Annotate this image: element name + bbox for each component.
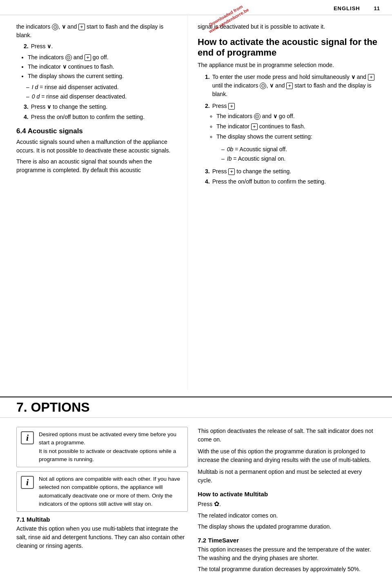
options-content: i Desired options must be activated ever… — [0, 422, 392, 576]
acoustic-dash-1: – 0b = Acoustic signal off. — [221, 145, 380, 154]
step2-bullet-2: The indicator + continues to flash. — [216, 122, 380, 131]
step2-bullet-1: The indicators ⊙ and ∨ go off. — [216, 112, 380, 121]
section-71-body: Activate this option when you use multi-… — [16, 524, 188, 550]
section-71-heading: 7.1 Multitab — [16, 516, 188, 523]
section-64-body1: Acoustic signals sound when a malfunctio… — [16, 138, 178, 155]
acoustic-step-3: 3. Press + to change the setting. — [205, 167, 380, 176]
section-64-block: 6.4 Acoustic signals Acoustic signals so… — [16, 127, 178, 175]
info-box-2: i Not all options are compatible with ea… — [16, 471, 188, 512]
signal-intro: signal is deactivated but it is possible… — [198, 22, 380, 31]
step-4: 4. Press the on/off button to confirm th… — [24, 113, 178, 121]
section-64-heading: 6.4 Acoustic signals — [16, 127, 178, 135]
right-top-body2: With the use of this option the programm… — [198, 447, 376, 464]
setting-values: – I d = rinse aid dispenser activated. –… — [26, 83, 178, 101]
intro-line-1: the indicators ⊙, ∨ and + start to flash… — [16, 22, 178, 40]
how-multitab-body1: Press ✿. — [198, 499, 376, 509]
options-left: i Desired options must be activated ever… — [16, 422, 196, 576]
section-72-body2: The total programme duration decreases b… — [198, 565, 376, 574]
bullet-indicators-off: The indicators ⊙ and + go off. — [28, 53, 178, 62]
info-icon-2: i — [21, 476, 34, 489]
right-top-body1: This option deactivates the release of s… — [198, 427, 376, 444]
section-7-heading: 7. OPTIONS — [0, 397, 392, 418]
acoustic-body: The appliance must be in programme selec… — [198, 61, 380, 69]
page-header: ENGLISH 11 Downloaded fromwww.vandenborr… — [0, 0, 392, 15]
acoustic-section: How to activate the acoustic signal for … — [198, 37, 380, 186]
info-text-2: Not all options are compatible with each… — [39, 475, 183, 508]
language-label: ENGLISH — [334, 5, 360, 11]
page-number: 11 — [374, 5, 380, 11]
how-multitab-heading: How to activate Multitab — [198, 491, 376, 498]
how-multitab-body3: The display shows the updated programme … — [198, 522, 376, 531]
section-72-body1: This option increases the pressure and t… — [198, 545, 376, 563]
right-column: signal is deactivated but it is possible… — [188, 15, 392, 390]
info-box-1: i Desired options must be activated ever… — [16, 427, 188, 467]
right-top-body3: Multitab is not a permanent option and m… — [198, 468, 376, 485]
page: ENGLISH 11 Downloaded fromwww.vandenborr… — [0, 0, 392, 576]
bullet-display-current: The display shows the current setting. — [28, 72, 178, 81]
step2-bullet-3: The display shows the current setting: — [216, 132, 380, 141]
section-72-heading: 7.2 TimeSaver — [198, 537, 376, 544]
step-3: 3. Press ∨ to change the setting. — [24, 103, 178, 111]
acoustic-dash-2: – Ib = Acoustic signal on. — [221, 155, 380, 163]
left-column: the indicators ⊙, ∨ and + start to flash… — [0, 15, 188, 390]
acoustic-heading: How to activate the acoustic signal for … — [198, 37, 380, 58]
signal-intro-block: signal is deactivated but it is possible… — [198, 22, 380, 31]
info-icon-1: i — [21, 431, 34, 444]
dash-item-2: – 0 d = rinse aid dispenser deactivated. — [26, 92, 178, 101]
acoustic-step-1: 1. To enter the user mode press and hold… — [205, 73, 380, 99]
acoustic-step-4: 4. Press the on/off button to confirm th… — [205, 177, 380, 186]
options-right: This option deactivates the release of s… — [196, 422, 376, 576]
step-2-bullets: The indicators ⊙ and + go off. The indic… — [28, 53, 178, 81]
section-64-body2: There is also an acoustic signal that so… — [16, 157, 178, 175]
dash-item-1: – I d = rinse aid dispenser activated. — [26, 83, 178, 92]
bullet-indicator-flash: The indicator ∨ continues to flash. — [28, 63, 178, 71]
info-text-1: Desired options must be activated every … — [39, 430, 183, 464]
main-content: the indicators ⊙, ∨ and + start to flash… — [0, 15, 392, 390]
intro-block: the indicators ⊙, ∨ and + start to flash… — [16, 22, 178, 121]
acoustic-step-2: 2. Press + The indicators ⊙ and ∨ go off… — [205, 102, 380, 166]
how-multitab-body2: The related indicator comes on. — [198, 511, 376, 520]
step-2: 2. Press ∨. — [24, 42, 178, 51]
